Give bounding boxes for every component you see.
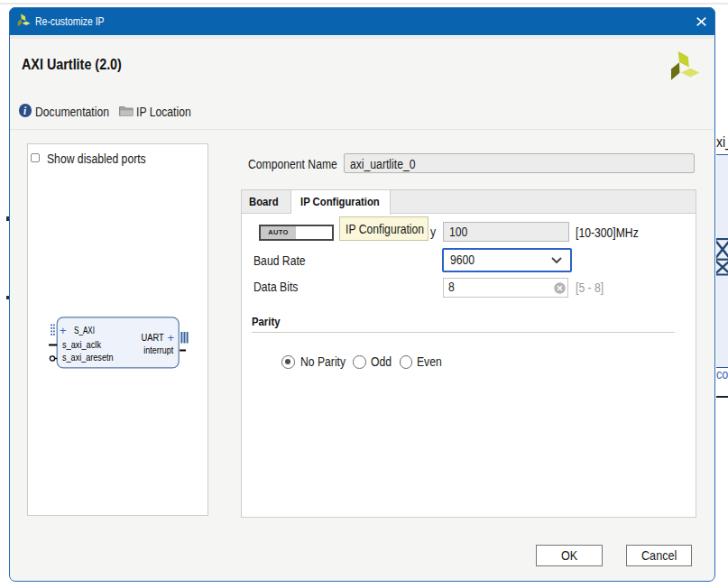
svg-text:interrupt: interrupt [143,345,173,355]
svg-text:S_AXI: S_AXI [74,325,95,335]
svg-text:s_axi_aresetn: s_axi_aresetn [62,352,114,363]
svg-text:UART: UART [142,332,164,343]
svg-text:+: + [60,324,67,337]
svg-text:+: + [168,331,175,345]
svg-text:s_axi_aclk: s_axi_aclk [62,339,101,350]
